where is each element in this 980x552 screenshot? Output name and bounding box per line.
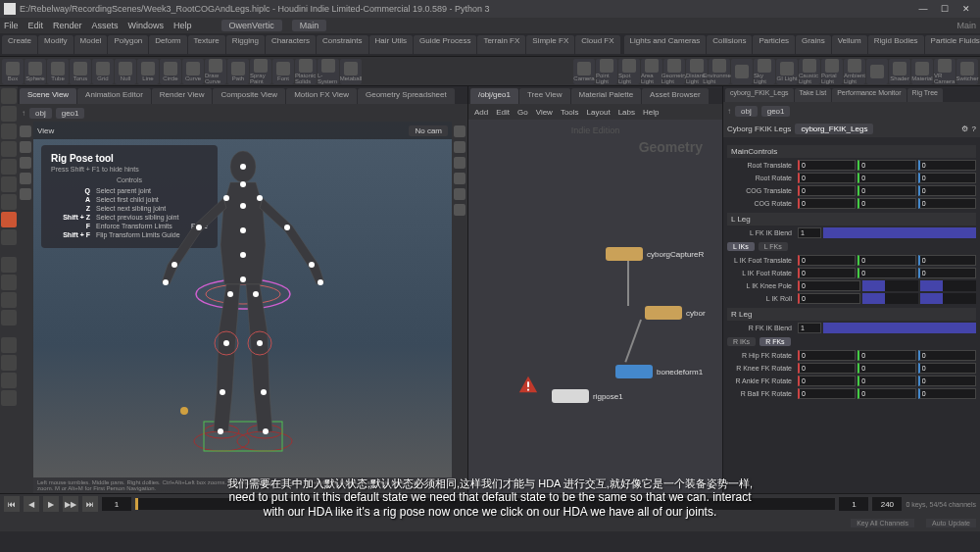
tool-misc3[interactable]	[1, 373, 17, 388]
net-tab-3[interactable]: Asset Browser	[642, 88, 709, 104]
shelf-tab-cloud-fx[interactable]: Cloud FX	[575, 35, 619, 54]
vp-ghost-icon[interactable]	[20, 157, 31, 169]
param-slider[interactable]	[920, 293, 976, 304]
param-field[interactable]: 0	[798, 173, 856, 183]
node-cyborgCaptureR[interactable]: cyborgCaptureR	[606, 247, 704, 261]
param-field[interactable]: 0	[918, 350, 976, 361]
auto-update-dropdown[interactable]: Auto Update	[926, 519, 976, 527]
view-label[interactable]: View	[37, 126, 54, 135]
vp-tab-composite-view[interactable]: Composite View	[213, 88, 285, 104]
shelf-tool-gi-light[interactable]: GI Light	[776, 59, 798, 84]
menu-windows[interactable]: Windows	[128, 21, 165, 30]
param-field[interactable]: 0	[858, 173, 915, 183]
param-field[interactable]: 0	[798, 388, 856, 399]
param-slider[interactable]	[862, 280, 918, 291]
vp-tab-render-view[interactable]: Render View	[152, 88, 213, 104]
mannequin[interactable]	[121, 137, 366, 463]
tool-misc4[interactable]	[1, 390, 17, 406]
close-button[interactable]: ✕	[956, 2, 976, 16]
tool-snap2[interactable]	[1, 275, 17, 290]
shelf-tool-ambient-light[interactable]: Ambient Light	[844, 59, 865, 84]
shelf-tab-collisions[interactable]: Collisions	[707, 35, 752, 54]
shelf-tab-constraints[interactable]: Constraints	[317, 35, 368, 54]
vp-prims-icon[interactable]	[454, 188, 466, 200]
menu-file[interactable]: File	[4, 21, 19, 30]
lleg-blend-slider[interactable]	[823, 227, 976, 238]
param-tab-1[interactable]: Take List	[795, 88, 832, 102]
net-menu-add[interactable]: Add	[474, 108, 488, 117]
subtab-riks[interactable]: R IKs	[727, 337, 756, 346]
params-path-obj[interactable]: obj	[735, 106, 758, 117]
menu-render[interactable]: Render	[53, 21, 82, 30]
tool-misc1[interactable]	[1, 337, 17, 353]
menu-assets[interactable]: Assets	[92, 21, 119, 30]
net-menu-layout[interactable]: Layout	[587, 108, 611, 117]
section-rleg[interactable]: R Leg	[727, 308, 976, 321]
shelf-tab-create[interactable]: Create	[2, 35, 37, 54]
tool-handles[interactable]	[1, 229, 17, 245]
shelf-tab-model[interactable]: Model	[74, 35, 108, 54]
param-field[interactable]: 0	[918, 198, 976, 209]
shelf-tab-guide-process[interactable]: Guide Process	[414, 35, 476, 54]
subtab-lfks[interactable]: L FKs	[759, 242, 788, 251]
shelf-tab-lights-and-cameras[interactable]: Lights and Cameras	[624, 35, 707, 54]
shelf-tool-box[interactable]: Box	[2, 59, 24, 84]
vp-tab-scene-view[interactable]: Scene View	[20, 88, 76, 104]
param-field[interactable]: 0	[858, 363, 915, 374]
param-field[interactable]: 0	[858, 255, 915, 266]
viewport-canvas[interactable]: View No cam Rig Pose tool Press Shift + …	[33, 122, 452, 493]
shelf-tool-blank[interactable]	[866, 59, 888, 84]
param-tab-3[interactable]: Rig Tree	[907, 88, 943, 102]
net-menu-view[interactable]: View	[536, 108, 553, 117]
param-field[interactable]: 0	[798, 376, 856, 386]
param-field[interactable]: 0	[858, 198, 915, 209]
shelf-tab-vellum[interactable]: Vellum	[832, 35, 867, 54]
shelf-tool-portal-light[interactable]: Portal Light	[821, 59, 843, 84]
vp-tab-animation-editor[interactable]: Animation Editor	[77, 88, 151, 104]
shelf-tab-characters[interactable]: Characters	[266, 35, 316, 54]
shelf-tool-l-system[interactable]: L-System	[318, 59, 339, 84]
net-menu-labs[interactable]: Labs	[618, 108, 635, 117]
shelf-tool-platonic-solids[interactable]: Platonic Solids	[295, 59, 317, 84]
param-field[interactable]: 0	[798, 280, 860, 291]
shelf-tool-font[interactable]: Font	[272, 59, 294, 84]
gear-icon[interactable]: ⚙	[961, 125, 968, 133]
net-menu-go[interactable]: Go	[517, 108, 528, 117]
tool-snap1[interactable]	[1, 257, 17, 273]
play-next-button[interactable]: ▶▶	[63, 496, 78, 512]
shelf-tab-texture[interactable]: Texture	[188, 35, 225, 54]
tool-misc2[interactable]	[1, 355, 17, 371]
param-field[interactable]: 0	[798, 268, 856, 278]
help-icon[interactable]: ?	[972, 125, 976, 133]
tool-view[interactable]	[1, 88, 17, 104]
shelf-tool-tube[interactable]: Tube	[47, 59, 69, 84]
param-field[interactable]: 0	[858, 350, 915, 361]
vp-light-icon[interactable]	[20, 141, 31, 153]
tool-pose[interactable]	[1, 212, 17, 227]
tool-select[interactable]	[1, 106, 17, 122]
shelf-tool-area-light[interactable]: Area Light	[641, 59, 662, 84]
shelf-tool-sphere[interactable]: Sphere	[24, 59, 46, 84]
net-menu-help[interactable]: Help	[643, 108, 659, 117]
menu-help[interactable]: Help	[173, 21, 192, 30]
param-field[interactable]: 0	[918, 173, 976, 183]
shelf-tool-sky-light[interactable]: Sky Light	[754, 59, 775, 84]
param-slider[interactable]	[920, 280, 976, 291]
subtab-rfks[interactable]: R FKs	[760, 337, 790, 346]
vp-wireframe-icon[interactable]	[454, 125, 466, 137]
tool-brush[interactable]	[1, 141, 17, 157]
vp-xray-icon[interactable]	[20, 173, 31, 184]
section-lleg[interactable]: L Leg	[727, 213, 976, 226]
rleg-blend-slider[interactable]	[823, 323, 976, 333]
vp-hq-icon[interactable]	[20, 188, 31, 200]
subtab-liks[interactable]: L IKs	[727, 242, 755, 251]
tool-snap3[interactable]	[1, 292, 17, 308]
shelf-tool-switcher[interactable]: Switcher	[956, 59, 978, 84]
shelf-tool-grid[interactable]: Grid	[92, 59, 114, 84]
shelf-tab-rigging[interactable]: Rigging	[226, 35, 265, 54]
param-field[interactable]: 0	[798, 160, 856, 171]
shelf-tool-shader[interactable]: Shader	[889, 59, 910, 84]
shelf-tool-vr-camera[interactable]: VR Camera	[934, 59, 956, 84]
current-frame[interactable]: 1	[102, 497, 131, 511]
end-frame[interactable]: 240	[872, 497, 902, 511]
